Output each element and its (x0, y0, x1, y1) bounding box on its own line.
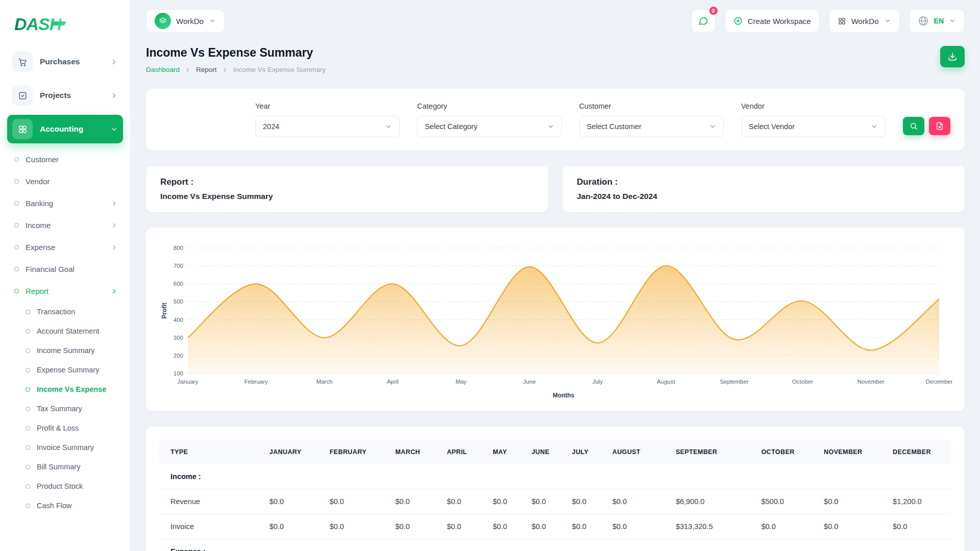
apply-filter-button[interactable] (903, 117, 924, 135)
sidebar-item-income[interactable]: Income (7, 214, 123, 236)
download-button[interactable] (940, 46, 965, 67)
sidebar-item-profit-loss[interactable]: Profit & Loss (19, 418, 123, 438)
table-cell-value: $313,320.5 (669, 514, 754, 539)
x-tick-label: October (792, 379, 813, 385)
breadcrumb: Dashboard Report Income Vs Expense Summa… (146, 66, 326, 73)
y-tick-label: 600 (174, 281, 183, 287)
table-cell-value: $0.0 (262, 514, 323, 539)
globe-icon (918, 15, 929, 27)
sidebar-item-tax-summary[interactable]: Tax Summary (19, 399, 123, 418)
table-cell-value: $0.0 (565, 514, 605, 539)
table-cell-value: $0.0 (605, 489, 669, 514)
category-field: Category Select Category (417, 102, 561, 137)
sidebar-item-invoice-summary[interactable]: Invoice Summary (19, 438, 123, 457)
main-content: WorkDo 0 Create Workspace (131, 0, 980, 551)
x-tick-label: January (178, 379, 199, 385)
messages-button[interactable]: 0 (691, 9, 716, 33)
sidebar-accounting-menu: Customer Vendor Banking Income Expense (7, 148, 123, 515)
chevron-down-icon (110, 126, 118, 133)
vendor-label: Vendor (741, 102, 886, 110)
breadcrumb-current: Income Vs Expense Summary (233, 66, 326, 73)
workspace-selector[interactable]: WorkDo (146, 9, 225, 33)
x-axis-label: Months (553, 392, 575, 399)
year-label: Year (255, 102, 400, 110)
sidebar-item-banking[interactable]: Banking (7, 192, 123, 214)
table-cell-value: $0.0 (262, 489, 323, 514)
sidebar-item-financial-goal[interactable]: Financial Goal (7, 258, 123, 280)
sidebar-item-income-summary[interactable]: Income Summary (19, 341, 123, 360)
bullet-icon (14, 223, 19, 228)
sidebar-item-transaction[interactable]: Transaction (19, 302, 123, 321)
x-tick-label: April (387, 379, 399, 385)
y-tick-label: 200 (174, 353, 183, 359)
sidebar-item-accounting[interactable]: Accounting (7, 115, 123, 143)
workspace-menu-button[interactable]: WorkDo (829, 9, 900, 33)
sidebar-item-product-stock[interactable]: Product Stock (19, 477, 123, 496)
customer-select-value: Select Customer (587, 122, 642, 131)
chevron-down-icon (871, 123, 878, 130)
report-summary-card: Report : Income Vs Expense Summary (146, 166, 548, 212)
summary-cards: Report : Income Vs Expense Summary Durat… (146, 166, 965, 212)
sidebar-item-expense-summary[interactable]: Expense Summary (19, 360, 123, 380)
table-cell-value: $0.0 (485, 514, 524, 539)
sidebar-item-projects[interactable]: Projects (7, 81, 123, 110)
vendor-select[interactable]: Select Vendor (741, 116, 886, 137)
table-header-row: TYPEJANUARYFEBRUARYMARCHAPRILMAYJUNEJULY… (159, 440, 951, 464)
file-x-icon (936, 122, 944, 130)
table-header-march: MARCH (388, 440, 440, 464)
brand-logo[interactable]: DASH (7, 10, 123, 47)
sidebar-item-label: Bill Summary (37, 463, 80, 471)
cart-icon (12, 52, 33, 72)
bullet-icon (26, 329, 30, 334)
workspace-menu-label: WorkDo (851, 17, 879, 26)
table-section-label: Expense : (159, 539, 951, 551)
sidebar-item-label: Accounting (40, 124, 83, 134)
workspace-avatar (155, 13, 171, 29)
sidebar-item-income-vs-expense[interactable]: Income Vs Expense (19, 380, 123, 399)
sidebar-item-purchases[interactable]: Purchases (7, 47, 123, 76)
sidebar-item-label: Purchases (40, 57, 80, 66)
bullet-icon (26, 465, 30, 469)
sidebar-item-label: Profit & Loss (37, 424, 79, 432)
report-card-title: Report : (160, 177, 534, 187)
table-header-january: JANUARY (262, 440, 323, 464)
sidebar-item-label: Income Summary (37, 346, 95, 355)
topbar: WorkDo 0 Create Workspace (146, 0, 965, 39)
reset-filter-button[interactable] (929, 117, 950, 135)
table-header-december: DECEMBER (886, 440, 951, 464)
language-selector[interactable]: EN (909, 9, 965, 33)
sidebar-item-cash-flow[interactable]: Cash Flow (19, 496, 123, 515)
sidebar-item-label: Report (26, 287, 48, 295)
table-cell-value: $0.0 (485, 489, 524, 514)
chevron-right-icon (111, 244, 118, 251)
sidebar-item-expense[interactable]: Expense (7, 236, 123, 258)
sidebar-item-vendor[interactable]: Vendor (7, 170, 123, 192)
chevron-down-icon (547, 123, 554, 130)
topbar-actions: 0 Create Workspace WorkDo (691, 9, 965, 33)
table-cell-value: $6,900.0 (669, 489, 754, 514)
bullet-icon (14, 289, 19, 293)
create-workspace-button[interactable]: Create Workspace (725, 9, 820, 33)
y-tick-label: 500 (174, 298, 183, 305)
sidebar-item-label: Invoice Summary (37, 443, 94, 452)
breadcrumb-dashboard[interactable]: Dashboard (146, 66, 180, 73)
sidebar-item-label: Product Stock (37, 482, 83, 490)
sidebar-item-report[interactable]: Report (7, 280, 123, 302)
chevron-right-icon (111, 200, 118, 207)
category-select[interactable]: Select Category (417, 116, 561, 137)
sidebar-item-customer[interactable]: Customer (7, 148, 123, 170)
customer-field: Customer Select Customer (579, 102, 724, 137)
sidebar-item-account-statement[interactable]: Account Statement (19, 321, 123, 341)
table-header-february: FEBRUARY (323, 440, 388, 464)
table-cell-type: Revenue (159, 489, 262, 514)
language-label: EN (934, 17, 944, 25)
x-tick-label: March (316, 379, 333, 385)
year-select[interactable]: 2024 (255, 116, 400, 137)
table-cell-value: $0.0 (388, 514, 440, 539)
sidebar-item-bill-summary[interactable]: Bill Summary (19, 457, 123, 477)
table-cell-value: $0.0 (565, 489, 605, 514)
sidebar-item-label: Vendor (26, 177, 50, 186)
filter-actions (903, 117, 950, 135)
table-cell-value: $0.0 (323, 489, 388, 514)
customer-select[interactable]: Select Customer (579, 116, 724, 137)
